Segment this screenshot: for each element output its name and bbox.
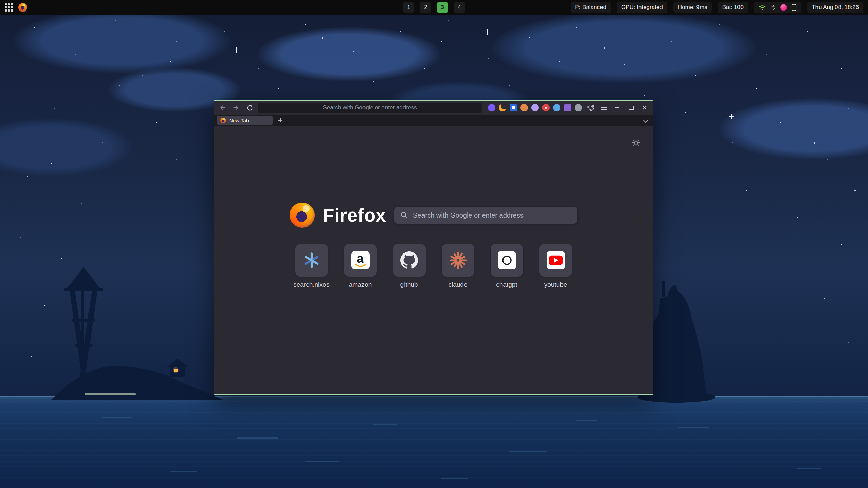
shortcut-chatgpt: chatgpt [491, 244, 523, 288]
gpu-module: GPU: Integrated [617, 2, 667, 13]
extension-icon-6[interactable] [542, 104, 550, 111]
extension-icon-9[interactable] [575, 104, 582, 111]
workspace-button-3[interactable]: 3 [437, 2, 448, 13]
shortcut-label: claude [449, 281, 468, 288]
shortcut-label: search.nixos [293, 281, 330, 288]
wifi-icon[interactable] [758, 4, 766, 11]
url-bar-placeholder: Search with Google or enter address [323, 104, 417, 111]
workspace-button-4[interactable]: 4 [454, 2, 465, 13]
shortcut-tile-chatgpt[interactable] [491, 244, 523, 277]
gear-icon [632, 138, 640, 147]
shortcut-label: youtube [544, 281, 567, 288]
extension-icon-3[interactable] [510, 104, 517, 111]
shortcut-tile-github[interactable] [393, 244, 426, 277]
power-profile-module: P: Balanced [571, 2, 611, 13]
tab-favicon [220, 118, 226, 123]
extensions-button[interactable] [586, 103, 596, 113]
tab-new-tab[interactable]: New Tab [217, 116, 273, 125]
battery-module: Bat: 100 [718, 2, 748, 13]
puzzle-icon [587, 104, 594, 111]
nixos-snowflake-icon [302, 251, 321, 269]
forward-arrow-icon [233, 104, 239, 111]
workspace-switcher: 1 2 3 4 [403, 2, 465, 13]
newtab-hero: Firefox [214, 203, 653, 288]
hotspot-icon[interactable] [780, 4, 787, 11]
reload-icon [246, 105, 253, 111]
extension-icon-2[interactable] [499, 104, 506, 111]
shortcut-amazon: a amazon [344, 244, 377, 288]
shortcut-tile-search-nixos[interactable] [295, 244, 328, 277]
top-bar-left [5, 3, 27, 12]
url-bar[interactable]: Search with Google or enter address [258, 103, 482, 113]
status-modules: P: Balanced GPU: Integrated Home: 9ms Ba… [571, 2, 863, 13]
reload-button[interactable] [244, 103, 255, 113]
back-button[interactable] [218, 103, 228, 113]
shortcut-tiles: search.nixos a amazon [295, 244, 572, 288]
search-icon [400, 211, 408, 219]
apps-launcher-button[interactable] [5, 3, 13, 12]
openai-icon [498, 251, 516, 269]
clock-module: Thu Aug 08, 18:26 [807, 2, 863, 13]
amazon-icon: a [351, 251, 370, 269]
extension-icon-5[interactable] [531, 104, 539, 111]
shortcut-tile-claude[interactable] [442, 244, 474, 277]
tray-icons [754, 2, 801, 13]
shortcut-label: amazon [349, 281, 372, 288]
claude-starburst-icon [449, 251, 467, 269]
navigation-toolbar: Search with Google or enter address [214, 101, 653, 115]
maximize-icon [629, 106, 634, 110]
forward-button[interactable] [231, 103, 241, 113]
maximize-button[interactable] [626, 103, 636, 113]
tablet-icon[interactable] [791, 4, 797, 11]
latency-module: Home: 9ms [673, 2, 712, 13]
newtab-search-input[interactable] [412, 211, 571, 220]
minimize-icon [615, 107, 619, 108]
firefox-launcher-icon[interactable] [18, 3, 27, 12]
shortcut-label: github [400, 281, 418, 288]
extension-icon-4[interactable] [520, 104, 528, 111]
window-controls [613, 103, 649, 113]
shortcut-claude: claude [442, 244, 474, 288]
workspace-button-1[interactable]: 1 [403, 2, 414, 13]
newtab-page: Firefox [214, 126, 653, 394]
brand-and-search-row: Firefox [290, 203, 577, 228]
extension-strip [488, 103, 609, 113]
firefox-logo [290, 203, 315, 228]
shortcut-github: github [393, 244, 426, 288]
top-bar: 1 2 3 4 P: Balanced GPU: Integrated Home… [0, 0, 868, 15]
shortcut-label: chatgpt [496, 281, 517, 288]
close-icon [642, 105, 647, 110]
workspace-button-2[interactable]: 2 [420, 2, 431, 13]
close-button[interactable] [640, 103, 649, 113]
tab-title: New Tab [229, 118, 249, 123]
text-caret [369, 105, 369, 111]
firefox-window: Search with Google or enter address [214, 100, 653, 395]
extension-icon-8[interactable] [564, 104, 571, 111]
extension-icon-7[interactable] [553, 104, 560, 111]
back-arrow-icon [219, 104, 226, 111]
app-menu-button[interactable] [599, 103, 609, 113]
youtube-icon [547, 251, 565, 269]
new-tab-button[interactable] [276, 116, 285, 125]
newtab-search[interactable] [394, 207, 577, 224]
tab-bar: New Tab [214, 115, 653, 126]
bluetooth-icon[interactable] [770, 4, 776, 11]
shortcut-tile-youtube[interactable] [539, 244, 572, 277]
shortcut-tile-amazon[interactable]: a [344, 244, 377, 277]
newtab-settings-button[interactable] [631, 138, 641, 149]
extension-icon-1[interactable] [488, 104, 495, 111]
github-icon [400, 251, 418, 269]
shortcut-search-nixos: search.nixos [295, 244, 328, 288]
list-all-tabs-button[interactable] [641, 116, 650, 125]
minimize-button[interactable] [613, 103, 622, 113]
shortcut-youtube: youtube [539, 244, 572, 288]
hamburger-icon [601, 107, 607, 108]
firefox-wordmark: Firefox [323, 204, 386, 226]
